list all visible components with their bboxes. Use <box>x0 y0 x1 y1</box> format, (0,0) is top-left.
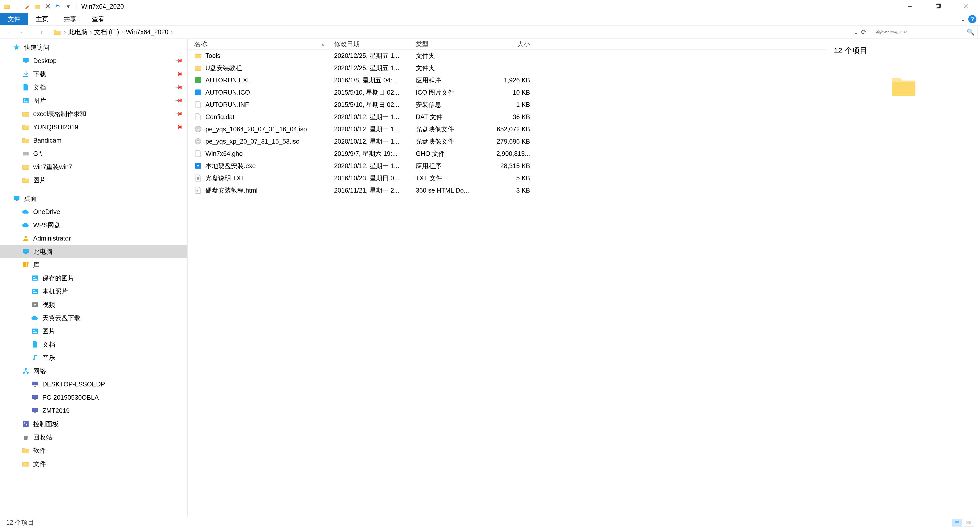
new-folder-icon[interactable] <box>33 2 42 11</box>
sidebar-item[interactable]: 图片 <box>0 325 187 338</box>
col-modified[interactable]: 修改日期 <box>334 40 416 48</box>
sidebar-item[interactable]: G:\ <box>0 147 187 160</box>
sidebar-recycle-bin[interactable]: 回收站 <box>0 431 187 444</box>
desktop-icon <box>22 57 30 65</box>
sidebar-item[interactable]: win7重装win7 <box>0 160 187 173</box>
file-row[interactable]: AUTORUN.EXE 2016/1/8, 星期五 04:... 应用程序 1,… <box>188 74 827 86</box>
sidebar-control-panel[interactable]: 控制面板 <box>0 417 187 431</box>
sidebar-label: DESKTOP-LSSOEDP <box>42 381 105 388</box>
sidebar-item[interactable]: Bandicam <box>0 134 187 147</box>
help-icon[interactable]: ? <box>968 15 977 23</box>
breadcrumb-item[interactable]: 文档 (E:) <box>93 28 121 36</box>
sidebar-item[interactable]: 文档 <box>0 338 187 351</box>
sidebar-item[interactable]: YUNQISHI2019📌 <box>0 121 187 134</box>
sidebar-desktop[interactable]: 桌面 <box>0 192 187 205</box>
ribbon-tab-view[interactable]: 查看 <box>84 13 112 25</box>
svg-rect-25 <box>937 4 940 7</box>
sidebar-item[interactable]: 库 <box>0 258 187 271</box>
sidebar-software[interactable]: 软件 <box>0 444 187 457</box>
refresh-icon[interactable]: ⟳ <box>861 28 866 36</box>
col-type[interactable]: 类型 <box>416 40 484 48</box>
sidebar-item[interactable]: Desktop📌 <box>0 54 187 67</box>
file-row[interactable]: AUTORUN.INF 2015/5/10, 星期日 02... 安装信息 1 … <box>188 98 827 111</box>
view-icons-button[interactable] <box>964 519 974 526</box>
file-row[interactable]: pe_yqs_xp_20_07_31_15_53.iso 2020/10/12,… <box>188 135 827 147</box>
properties-icon[interactable] <box>23 2 32 11</box>
qat-separator-icon: | <box>13 2 21 11</box>
sidebar-item[interactable]: 文档📌 <box>0 81 187 94</box>
ribbon-tab-home[interactable]: 主页 <box>28 13 56 25</box>
file-row[interactable]: Win7x64.gho 2019/9/7, 星期六 19:... GHO 文件 … <box>188 147 827 160</box>
file-list[interactable]: 名称▴ 修改日期 类型 大小 Tools 2020/12/25, 星期五 1..… <box>188 39 827 517</box>
sidebar-item[interactable]: PC-20190530OBLA <box>0 391 187 404</box>
sidebar-label: YUNQISHI2019 <box>33 124 78 131</box>
sidebar-quick-access[interactable]: 快速访问 <box>0 41 187 54</box>
folder-icon <box>22 176 30 184</box>
file-type: ICO 图片文件 <box>416 88 484 97</box>
qat-dropdown-icon[interactable]: ▾ <box>64 2 73 11</box>
ribbon-expand-icon[interactable]: ⌄ <box>960 15 966 23</box>
sidebar-item[interactable]: DESKTOP-LSSOEDP <box>0 377 187 391</box>
search-icon[interactable]: 🔍 <box>967 28 975 36</box>
sidebar-item[interactable]: excel表格制作求和📌 <box>0 107 187 121</box>
navigation-pane[interactable]: 快速访问 Desktop📌下载📌文档📌图片📌excel表格制作求和📌YUNQIS… <box>0 39 188 517</box>
file-name: 本地硬盘安装.exe <box>205 162 256 170</box>
sidebar-label: Desktop <box>33 57 57 65</box>
sidebar-item[interactable]: WPS网盘 <box>0 218 187 231</box>
file-row[interactable]: Tools 2020/12/25, 星期五 1... 文件夹 <box>188 49 827 62</box>
col-size[interactable]: 大小 <box>484 40 538 48</box>
sidebar-label: 保存的图片 <box>42 274 74 282</box>
sidebar-item[interactable]: 下载📌 <box>0 67 187 81</box>
sidebar-item[interactable]: 音乐 <box>0 351 187 364</box>
file-row[interactable]: Config.dat 2020/10/12, 星期一 1... DAT 文件 3… <box>188 111 827 123</box>
file-row[interactable]: U盘安装教程 2020/12/25, 星期五 1... 文件夹 <box>188 62 827 74</box>
file-row[interactable]: 光盘说明.TXT 2016/10/23, 星期日 0... TXT 文件 5 K… <box>188 172 827 184</box>
forward-button[interactable]: → <box>15 27 25 37</box>
file-type: 文件夹 <box>416 64 484 72</box>
user-icon <box>22 235 30 242</box>
search-input[interactable] <box>876 30 967 34</box>
back-button[interactable]: ← <box>5 27 14 37</box>
sidebar-files[interactable]: 文件 <box>0 457 187 470</box>
file-name: U盘安装教程 <box>205 64 242 72</box>
close-button[interactable] <box>952 0 980 13</box>
breadcrumb-sep[interactable]: › <box>63 29 67 35</box>
file-row[interactable]: pe_yqs_1064_20_07_31_16_04.iso 2020/10/1… <box>188 123 827 135</box>
sidebar-network[interactable]: 网络 <box>0 364 187 377</box>
file-row[interactable]: AUTORUN.ICO 2015/5/10, 星期日 02... ICO 图片文… <box>188 86 827 98</box>
ribbon-tab-file[interactable]: 文件 <box>0 13 28 25</box>
sidebar-item[interactable]: 天翼云盘下载 <box>0 311 187 325</box>
sidebar-item[interactable]: 视频 <box>0 298 187 311</box>
recent-locations-button[interactable]: ⌄ <box>26 27 36 37</box>
search-box[interactable]: 🔍 <box>873 27 977 37</box>
file-row[interactable]: 硬盘安装教程.html 2016/11/21, 星期一 2... 360 se … <box>188 184 827 197</box>
file-row[interactable]: 本地硬盘安装.exe 2020/10/12, 星期一 1... 应用程序 28,… <box>188 160 827 172</box>
file-type: 光盘映像文件 <box>416 125 484 133</box>
sidebar-label: 天翼云盘下载 <box>42 314 81 322</box>
breadcrumb-sep[interactable]: › <box>170 29 174 35</box>
breadcrumb-item[interactable]: Win7x64_2020 <box>124 28 170 36</box>
maximize-button[interactable] <box>924 0 952 13</box>
sidebar-item[interactable]: 保存的图片 <box>0 271 187 285</box>
minimize-button[interactable] <box>896 0 924 13</box>
view-details-button[interactable] <box>952 519 962 526</box>
delete-icon[interactable]: ✕ <box>43 2 52 11</box>
sidebar-item[interactable]: 图片 <box>0 173 187 187</box>
breadcrumb-item[interactable]: 此电脑 <box>67 28 89 36</box>
folder-icon <box>22 163 30 171</box>
sidebar-label: 音乐 <box>42 354 55 362</box>
up-button[interactable]: ↑ <box>37 27 46 37</box>
sidebar-item[interactable]: OneDrive <box>0 205 187 218</box>
sidebar-item[interactable]: 图片📌 <box>0 94 187 107</box>
address-bar[interactable]: › 此电脑› 文档 (E:)› Win7x64_2020› ⌄ ⟳ <box>51 27 870 37</box>
sidebar-item[interactable]: Administrator <box>0 231 187 245</box>
addr-dropdown-icon[interactable]: ⌄ <box>853 28 859 36</box>
pin-icon: 📌 <box>175 96 183 105</box>
breadcrumb-sep[interactable]: › <box>121 29 124 35</box>
undo-icon[interactable] <box>54 2 62 11</box>
sidebar-item[interactable]: 此电脑 <box>0 245 187 258</box>
sidebar-item[interactable]: ZMT2019 <box>0 404 187 417</box>
ribbon-tab-share[interactable]: 共享 <box>56 13 84 25</box>
sidebar-item[interactable]: 本机照片 <box>0 285 187 298</box>
breadcrumb-sep[interactable]: › <box>89 29 93 35</box>
